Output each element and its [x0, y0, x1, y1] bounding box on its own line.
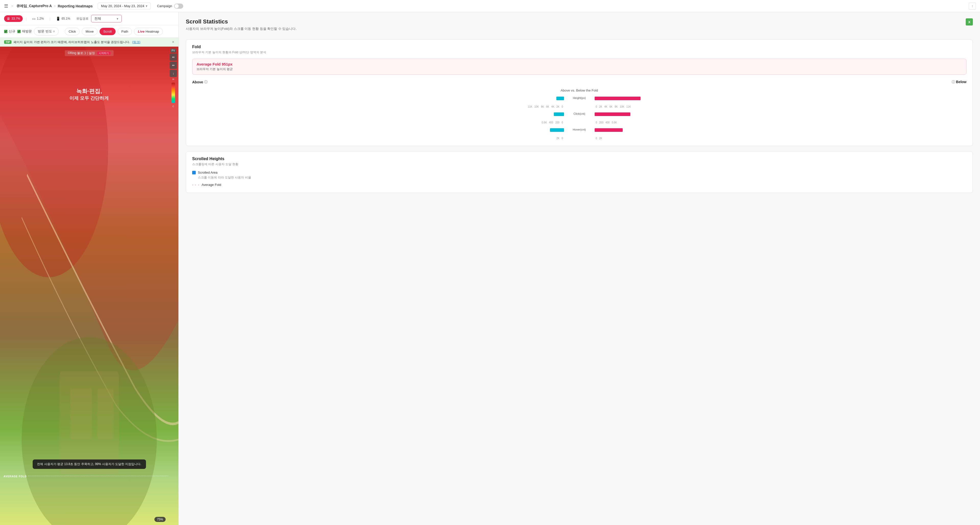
mobile-device-button[interactable]: 📱 65.1% [53, 15, 73, 22]
scroll-up-button[interactable]: ↑ [969, 3, 976, 10]
click-axis-left: 0.6K 400 200 0 [194, 121, 564, 124]
filter-bar: 신규 재방문 방문 빈도 ○ Click Move Scroll Path Li… [0, 25, 178, 38]
tip-close-button[interactable]: × [172, 40, 174, 44]
scrolled-heights-title: Scrolled Heights [192, 157, 966, 161]
above-below-header: Above ⓘ ⓘ Below [192, 80, 966, 84]
chevron-down-icon: ▾ [146, 4, 148, 8]
scroll-statistics-title: Scroll Statistics [186, 18, 297, 25]
bar-chart-section: Height(px) 11K 10K 8K 6K 4K [192, 97, 966, 140]
height-bar-cyan [556, 97, 564, 100]
new-checkbox[interactable]: 신규 [4, 29, 15, 34]
heatmap-svg [0, 47, 178, 525]
scroll-filter-button[interactable]: Scroll [100, 28, 116, 35]
height-axis-right: 0 2K 4K 6K 8K 10K 11K [595, 105, 964, 108]
info-icon-below[interactable]: ⓘ [952, 80, 955, 84]
date-range-button[interactable]: May 20, 2024 - May 23, 2024 ▾ [98, 3, 151, 10]
height-axis-row: 11K 10K 8K 6K 4K 2K 0 0 2K 4K 6K 8K [194, 105, 964, 108]
tip-bar: TIP 페이지 길이의 가변 편차가 크기 때문에, 라이브히트맵의 노출도 분… [0, 38, 178, 47]
info-icon[interactable]: ⓘ [204, 80, 207, 84]
desktop-icon: 🖥 [6, 17, 10, 21]
fold-card-subtitle: 브라우저 기본 높이의 현황과 Fold 상/하단 영역의 분석 [192, 50, 966, 55]
path-filter-button[interactable]: Path [118, 28, 132, 35]
start-btn: 시작하기 [97, 51, 110, 55]
svg-rect-3 [70, 388, 92, 439]
controls-bar: 🖥 33.7% | ▭ 1.2% | 📱 65.1% 유입경로 전체 ▾ [0, 12, 178, 25]
click-bar-label: Click(cnt) [564, 112, 595, 116]
avg-fold-legend-row: - - - Average Fold [192, 183, 966, 187]
live-text: Live [138, 30, 145, 33]
scrolled-area-color [192, 171, 196, 174]
move-filter-button[interactable]: Move [82, 28, 97, 35]
visit-freq-icon: ○ [53, 29, 55, 33]
scrolled-area-label: Scrolled Area [198, 171, 218, 174]
right-panel-header: Scroll Statistics 사용자의 브라우저 높이(Fold)와 스크… [186, 18, 973, 37]
nav-chevron: > [54, 4, 56, 8]
left-panel: 🖥 33.7% | ▭ 1.2% | 📱 65.1% 유입경로 전체 ▾ [0, 12, 179, 525]
live-heatmap-button[interactable]: Live Heatmap [134, 28, 163, 35]
scale-h-label: H [172, 78, 174, 81]
above-label: Above ⓘ [192, 80, 207, 84]
scrolled-area-legend-row: Scrolled Area [192, 171, 966, 174]
source-chevron-icon: ▾ [117, 17, 118, 21]
height-bar-left [194, 97, 564, 100]
avg-fold-description: 브라우저 기본 높이의 평균 [197, 67, 962, 71]
heatmap-visual: ©Ring 블로그 | 설정 시작하기 녹화·편집, 이제 모두 간단하게 전체… [0, 47, 178, 525]
tip-link[interactable]: (링크) [132, 40, 140, 44]
scale-c-label: C [172, 105, 174, 108]
heatmap-tooltip: 전체 사용자가 평균 13.8초 동안 주목하고, 99% 사용자가 도달한 지… [32, 460, 146, 469]
source-label: 유입경로 [76, 17, 89, 21]
hover-bar-left [194, 128, 564, 132]
visit-freq-button[interactable]: 방문 빈도 ○ [34, 27, 59, 35]
click-axis-right: 0 200 400 0.6K [595, 121, 964, 124]
hover-bar-cyan [550, 128, 564, 132]
pv-badge: PV [170, 49, 176, 52]
fold-card-title: Fold [192, 44, 966, 49]
nav-page: Reporting Heatmaps [58, 4, 93, 8]
collapse-button[interactable]: ⇔ [170, 62, 177, 69]
fold-card: Fold 브라우저 기본 높이의 현황과 Fold 상/하단 영역의 분석 Av… [186, 39, 973, 146]
campaign-toggle[interactable] [174, 3, 183, 9]
desktop-device-button[interactable]: 🖥 33.7% [4, 15, 23, 22]
scrolled-heights-card: Scrolled Heights 스크롤링에 따른 사용자 도달 현황 Scro… [186, 151, 973, 193]
tablet-icon: ▭ [32, 17, 35, 21]
heatmap-sidebar: PV ⇔ ⇔ ↓ H C [168, 47, 178, 525]
toggle-thumb [175, 4, 179, 8]
hover-axis-row: 2K 0 0 2K [194, 137, 964, 140]
close-panel-button[interactable]: X [966, 18, 973, 25]
hover-bar-label: Hover(cnt) [564, 128, 595, 132]
tablet-device-button[interactable]: ▭ 1.2% [30, 15, 46, 22]
click-bar-left [194, 113, 564, 116]
click-axis-row: 0.6K 400 200 0 0 200 400 0.6K [194, 121, 964, 124]
click-bar-cyan [554, 113, 564, 116]
avg-fold-dash-icon: - - - [192, 183, 200, 187]
click-bar-row: Click(cnt) [194, 112, 964, 116]
height-bar-pink [595, 97, 641, 100]
download-button[interactable]: ↓ [170, 70, 177, 77]
menu-icon[interactable]: ☰ [4, 3, 8, 9]
avg-fold-value: Average Fold 951px [197, 62, 962, 66]
expand-button[interactable]: ⇔ [170, 54, 177, 61]
hover-axis-left: 2K 0 [194, 137, 564, 140]
mobile-icon: 📱 [56, 17, 60, 21]
return-checkbox[interactable]: 재방문 [18, 29, 32, 34]
hover-axis-right: 0 2K [595, 137, 964, 140]
height-bar-label: Height(px) [564, 97, 595, 100]
progress-badge: 75% [154, 517, 165, 522]
hover-bar-row: Hover(cnt) [194, 128, 964, 132]
heatmap-page-text: 녹화·편집, 이제 모두 간단하게 [69, 87, 109, 101]
campaign-toggle-section: Campaign [157, 3, 183, 9]
main-layout: 🖥 33.7% | ▭ 1.2% | 📱 65.1% 유입경로 전체 ▾ [0, 12, 980, 525]
click-bar-pink [595, 113, 630, 116]
height-axis-left: 11K 10K 8K 6K 4K 2K 0 [194, 105, 564, 108]
svg-rect-4 [97, 388, 114, 439]
color-scale [172, 82, 175, 103]
click-filter-button[interactable]: Click [65, 28, 80, 35]
source-dropdown[interactable]: 전체 ▾ [91, 15, 122, 22]
hover-bar-pink [595, 128, 623, 132]
height-bar-row: Height(px) [194, 97, 964, 100]
avg-fold-highlight: Average Fold 951px 브라우저 기본 높이의 평균 [192, 59, 966, 75]
chart-title: Above vs. Below the Fold [192, 89, 966, 92]
click-bar-right [595, 113, 964, 116]
nav-brand: 큐에임_CapturePro A [16, 4, 52, 8]
tip-message: 페이지 길이의 가변 편차가 크기 때문에, 라이브히트맵의 노출도 분석을 권… [14, 40, 130, 44]
